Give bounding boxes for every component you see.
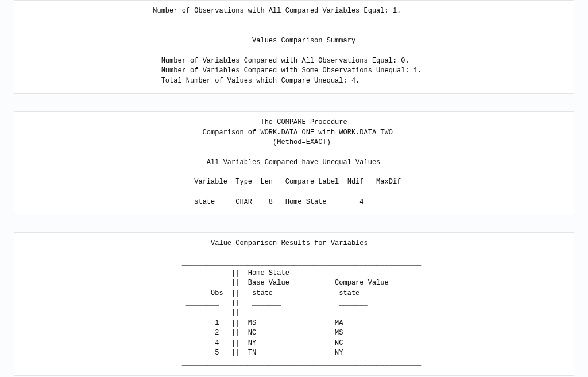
- value-results-row-2: 2 || NC MS: [25, 329, 343, 337]
- value-results-head-1: || Home State: [25, 269, 289, 277]
- compare-pre: The COMPARE Procedure Comparison of WORK…: [14, 112, 574, 215]
- obs-equal-line: Number of Observations with All Compared…: [25, 7, 401, 15]
- compare-title-3: (Method=EXACT): [25, 138, 331, 146]
- value-results-head-2: || Base Value Compare Value: [25, 279, 389, 287]
- unequal-heading: All Variables Compared have Unequal Valu…: [25, 158, 380, 166]
- total-unequal-line: Total Number of Values which Compare Une…: [25, 77, 359, 85]
- panel-compare-procedure: The COMPARE Procedure Comparison of WORK…: [14, 111, 574, 215]
- unequal-col-header: Variable Type Len Compare Label Ndif Max…: [25, 178, 401, 186]
- page-root: Number of Observations with All Compared…: [0, 0, 588, 377]
- panel-summary: Number of Observations with All Compared…: [14, 0, 574, 94]
- vars-all-equal-line: Number of Variables Compared with All Ob…: [25, 57, 409, 65]
- value-results-row-3: 4 || NY NC: [25, 339, 343, 347]
- vars-some-unequal-line: Number of Variables Compared with Some O…: [25, 67, 421, 75]
- unequal-row-1: state CHAR 8 Home State 4: [25, 198, 364, 206]
- value-results-head-blankbar: ||: [25, 309, 239, 317]
- panel-value-results: Value Comparison Results for Variables _…: [14, 232, 574, 376]
- compare-title-2: Comparison of WORK.DATA_ONE with WORK.DA…: [25, 129, 393, 137]
- value-results-title: Value Comparison Results for Variables: [25, 239, 368, 247]
- value-results-head-rule: ________ || _______ _______: [25, 299, 368, 307]
- value-results-rule-top: ________________________________________…: [25, 259, 421, 267]
- value-results-head-3: Obs || state state: [25, 289, 359, 297]
- values-comparison-summary-title: Values Comparison Summary: [25, 37, 355, 45]
- compare-title-1: The COMPARE Procedure: [25, 118, 347, 126]
- value-results-row-1: 1 || MS MA: [25, 319, 343, 327]
- value-results-pre: Value Comparison Results for Variables _…: [14, 233, 574, 375]
- value-results-row-4: 5 || TN NY: [25, 349, 343, 357]
- value-results-rule-bottom: ________________________________________…: [25, 359, 421, 367]
- section-separator: [2, 103, 586, 103]
- summary-pre: Number of Observations with All Compared…: [14, 1, 574, 93]
